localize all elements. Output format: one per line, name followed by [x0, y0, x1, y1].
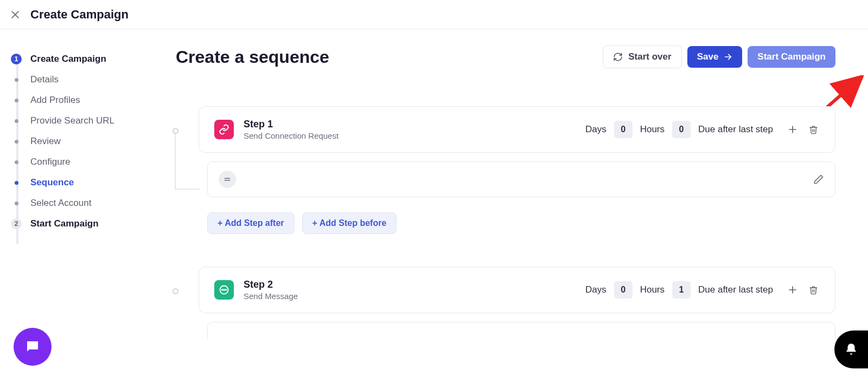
sequence-step: Step 1 Send Connection Request Days 0 Ho… [174, 106, 835, 234]
step-number-icon: 2 [11, 218, 22, 229]
step-card: Step 1 Send Connection Request Days 0 Ho… [199, 106, 835, 153]
button-label: Start over [628, 51, 671, 62]
due-label: Due after last step [698, 284, 773, 295]
dot-icon [11, 95, 22, 106]
timeline-dot-icon [173, 128, 178, 134]
plus-icon[interactable] [786, 123, 799, 136]
page-title: Create Campaign [30, 8, 129, 22]
top-bar: Create Campaign [0, 0, 868, 29]
pencil-icon[interactable] [813, 174, 824, 185]
sidebar-item-label: Review [30, 135, 61, 147]
step-subtitle: Send Connection Request [244, 131, 374, 140]
sidebar-item-configure[interactable]: Configure [11, 156, 152, 168]
sidebar-item-label: Provide Search URL [30, 115, 114, 127]
timeline-line [175, 133, 176, 190]
sidebar-item-review[interactable]: Review [11, 135, 152, 147]
add-step-before-button[interactable]: + Add Step before [302, 212, 397, 234]
chat-icon [24, 339, 41, 355]
sidebar-item-provide-search-url[interactable]: Provide Search URL [11, 115, 152, 127]
dot-icon [11, 136, 22, 147]
step-card: Step 2 Send Message Days 0 Hours 1 Due a… [199, 267, 835, 313]
sidebar-item-label: Configure [30, 156, 71, 168]
refresh-icon [613, 52, 623, 62]
dot-icon [11, 177, 22, 188]
button-label: Start Campaign [757, 51, 826, 62]
due-label: Due after last step [698, 124, 773, 135]
notifications-fab-button[interactable] [834, 330, 868, 368]
step-content-box[interactable] [207, 322, 835, 340]
message-icon [214, 280, 234, 300]
trash-icon[interactable] [807, 283, 820, 296]
sidebar-item-start-campaign[interactable]: 2 Start Campaign [11, 218, 152, 230]
step-subtitle: Send Message [244, 291, 374, 301]
svg-point-9 [224, 289, 225, 290]
dot-icon [11, 74, 22, 85]
chat-fab-button[interactable] [14, 328, 52, 366]
step-title: Step 2 [244, 279, 374, 290]
start-over-button[interactable]: Start over [603, 46, 681, 68]
trash-icon[interactable] [807, 123, 820, 136]
hours-label: Hours [640, 124, 665, 135]
main-title: Create a sequence [176, 47, 329, 67]
dot-icon [11, 198, 22, 209]
days-label: Days [585, 284, 607, 295]
step-title: Step 1 [244, 119, 374, 130]
sidebar-item-select-account[interactable]: Select Account [11, 197, 152, 209]
sidebar-item-label: Create Campaign [30, 53, 106, 65]
dot-icon [11, 115, 22, 126]
save-button[interactable]: Save [687, 46, 743, 68]
main-content: Create a sequence Start over Save Start … [163, 29, 868, 376]
timeline-dot-icon [173, 288, 178, 294]
dot-icon [11, 157, 22, 167]
add-step-after-button[interactable]: + Add Step after [207, 212, 295, 234]
hours-label: Hours [640, 284, 665, 295]
sidebar-rail [16, 60, 18, 244]
hours-input[interactable]: 1 [672, 281, 691, 299]
sidebar-item-add-profiles[interactable]: Add Profiles [11, 94, 152, 106]
sidebar-item-label: Details [30, 74, 59, 86]
days-input[interactable]: 0 [614, 281, 633, 299]
days-input[interactable]: 0 [614, 121, 633, 138]
svg-point-8 [222, 289, 223, 290]
action-bar: Start over Save Start Campaign [603, 46, 835, 68]
hours-input[interactable]: 0 [672, 121, 691, 138]
start-campaign-button[interactable]: Start Campaign [748, 46, 835, 68]
sidebar-item-label: Sequence [30, 177, 74, 189]
sequence-step: Step 2 Send Message Days 0 Hours 1 Due a… [174, 267, 835, 340]
link-icon [214, 120, 234, 139]
step-content-box[interactable] [207, 161, 835, 197]
sidebar-item-create-campaign[interactable]: 1 Create Campaign [11, 53, 152, 65]
drag-handle-icon[interactable] [219, 171, 236, 188]
sidebar-item-label: Add Profiles [30, 94, 80, 106]
timeline-line [175, 189, 200, 190]
plus-icon[interactable] [786, 283, 799, 296]
button-label: Save [697, 51, 719, 62]
sidebar-item-label: Start Campaign [30, 218, 99, 230]
days-label: Days [585, 124, 607, 135]
arrow-right-icon [724, 53, 732, 61]
wizard-sidebar: 1 Create Campaign Details Add Profiles P… [0, 29, 163, 376]
sidebar-item-label: Select Account [30, 197, 91, 209]
svg-point-10 [226, 289, 227, 290]
sidebar-item-details[interactable]: Details [11, 74, 152, 86]
step-number-icon: 1 [11, 54, 22, 64]
bell-icon [844, 342, 858, 356]
close-icon[interactable] [10, 9, 21, 20]
sidebar-item-sequence[interactable]: Sequence [11, 177, 152, 189]
